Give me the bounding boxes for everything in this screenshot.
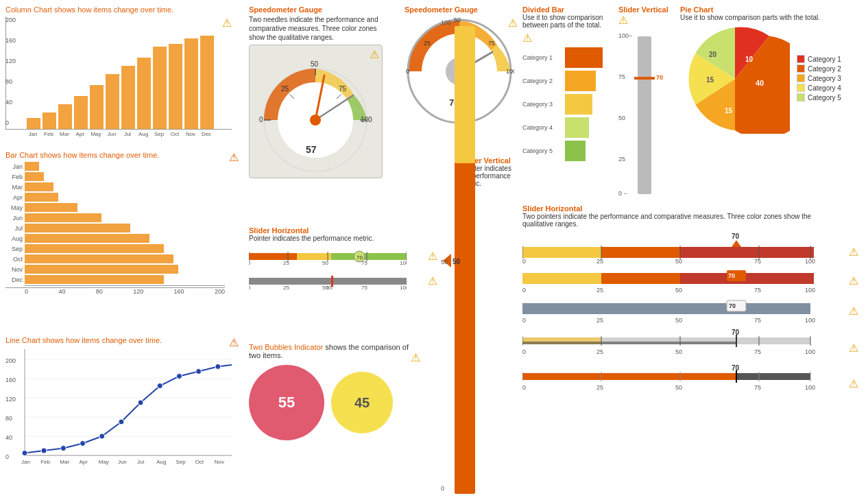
svg-rect-71	[249, 253, 297, 260]
divided-bar-rows: Category 1 Category 2 Category 3 Categor…	[522, 47, 618, 161]
col-x-label-1: Feb	[42, 131, 56, 137]
col-bar-11	[200, 36, 214, 129]
svg-text:57: 57	[306, 144, 317, 155]
slider-h-right-track1: ⚠ 70 0 25 50 75 100	[522, 232, 858, 266]
bar-rows: JanFebMarAprMayJunJulAugSepOctNovDec	[5, 162, 225, 284]
svg-rect-110	[601, 247, 680, 258]
svg-text:50: 50	[675, 317, 682, 324]
svg-text:0: 0	[5, 453, 9, 460]
legend-label-5: Category 5	[808, 94, 841, 102]
column-x-labels: JanFebMarAprMayJunJulAugSepOctNovDec	[5, 131, 232, 137]
column-chart-title: Column Chart shows how items change over…	[5, 5, 239, 14]
line-chart-title: Line Chart shows how items change over t…	[5, 336, 239, 344]
svg-text:50: 50	[618, 115, 625, 121]
svg-rect-66	[455, 26, 475, 163]
svg-text:15: 15	[725, 107, 733, 115]
slider-h-desc: Pointer indicates the performance metric…	[249, 235, 424, 242]
bubbles-title: Two Bubbles Indicator shows the comparis…	[249, 343, 420, 359]
svg-text:Oct: Oct	[195, 459, 204, 465]
legend-item-3: Category 3	[797, 74, 841, 82]
bar-row-9: Oct	[5, 254, 225, 263]
svg-text:Nov: Nov	[215, 459, 224, 465]
svg-text:70: 70	[732, 329, 740, 336]
slider-h-right-svg3: 70 0 25 50 75 100	[522, 298, 831, 325]
slider-v-right-svg: 100− 75 50 25 0 − 70	[618, 29, 680, 198]
line-chart-svg: 04080120160200JanFebMarAprMayJunJulAugSe…	[5, 349, 232, 466]
legend-label-3: Category 3	[808, 75, 841, 82]
svg-text:40: 40	[756, 79, 764, 87]
divided-bar-label-2: Category 2	[522, 71, 564, 91]
legend-label-2: Category 2	[808, 65, 841, 73]
slider-h-right-svg2: 70 0 25 50 75 100	[522, 267, 831, 295]
slider-h-right-track5: ⚠ 70 0 25 50 75 100	[522, 364, 858, 398]
svg-text:75: 75	[754, 258, 761, 265]
divided-bar-label-3: Category 3	[522, 94, 564, 115]
bar-row-2: Mar	[5, 182, 225, 191]
slider-h-right-svg4: 70 0 25 50 75 100	[522, 328, 831, 361]
svg-text:75: 75	[754, 384, 761, 391]
slider-h-right-warn4: ⚠	[849, 342, 858, 355]
pie-legend: Category 1 Category 2 Category 3 Categor…	[797, 55, 841, 103]
svg-text:80: 80	[5, 415, 12, 422]
gauge1-warning: ⚠	[370, 48, 379, 61]
svg-text:25: 25	[596, 348, 603, 355]
legend-item-2: Category 2	[797, 64, 841, 73]
bar-row-1: Feb	[5, 172, 225, 181]
svg-text:100: 100	[361, 116, 372, 123]
svg-text:100: 100	[805, 384, 815, 391]
divided-bar-labels: Category 1 Category 2 Category 3 Categor…	[522, 47, 564, 161]
bar-chart-section: Bar Chart shows how items change over ti…	[5, 151, 239, 295]
gauge1-title: Speedometer Gauge	[249, 5, 393, 14]
svg-text:0: 0	[522, 287, 526, 294]
svg-text:0: 0	[249, 285, 251, 290]
svg-point-52	[310, 115, 321, 126]
bar-chart-area: JanFebMarAprMayJunJulAugSepOctNovDec 040…	[5, 162, 225, 295]
svg-point-19	[119, 419, 124, 425]
bubble1-value: 55	[278, 394, 295, 412]
slider-h-right-desc: Two pointers indicate the performance an…	[522, 213, 817, 228]
svg-text:70: 70	[732, 233, 740, 240]
legend-color-2	[797, 64, 805, 73]
slider-h-right-title: Slider Horizontal	[522, 204, 858, 213]
svg-text:70: 70	[729, 302, 736, 309]
svg-text:Apr: Apr	[80, 459, 88, 465]
svg-rect-132	[522, 303, 810, 314]
bar-row-8: Sep	[5, 244, 225, 253]
svg-text:25: 25	[283, 260, 289, 265]
svg-text:50: 50	[311, 60, 319, 68]
col-x-label-9: Oct	[168, 131, 182, 137]
col-bar-1	[43, 112, 56, 129]
svg-point-15	[41, 448, 47, 453]
divided-bar-label-1: Category 1	[522, 47, 564, 68]
svg-text:Jul: Jul	[137, 459, 144, 465]
svg-text:Jan: Jan	[21, 459, 30, 465]
slider-h-warn1: ⚠	[428, 250, 437, 263]
svg-text:50: 50	[441, 259, 448, 265]
svg-text:200: 200	[5, 357, 16, 364]
column-bars	[5, 16, 232, 130]
slider-h-right-warn1: ⚠	[849, 246, 858, 259]
divided-bar-title: Divided Bar	[522, 5, 618, 14]
col-bar-2	[58, 104, 72, 129]
svg-text:May: May	[99, 459, 109, 465]
slider-h-right-svg5: 70 0 25 50 75 100	[522, 364, 831, 396]
line-chart-section: Line Chart shows how items change over t…	[5, 336, 239, 467]
svg-text:120: 120	[5, 396, 16, 403]
column-chart-area: JanFebMarAprMayJunJulAugSepOctNovDec ⚠ 0…	[5, 16, 232, 147]
col-x-label-4: May	[89, 131, 103, 137]
slider-h-section: Slider Horizontal Pointer indicates the …	[249, 226, 424, 294]
svg-text:0 −: 0 −	[618, 190, 627, 197]
svg-text:100: 100	[805, 317, 815, 324]
column-chart-warning: ⚠	[222, 16, 232, 29]
svg-point-16	[60, 446, 66, 451]
bubbles-warning: ⚠	[411, 351, 420, 364]
svg-text:75: 75	[339, 85, 347, 93]
svg-text:25: 25	[424, 40, 431, 47]
slider-h-right-track2: ⚠ 70 0 25 50 75 100	[522, 267, 858, 296]
col-x-label-0: Jan	[26, 131, 40, 137]
svg-rect-143	[522, 342, 736, 344]
pie-section: Pie Chart Use it to show comparison part…	[680, 5, 865, 134]
svg-rect-111	[680, 247, 814, 258]
svg-text:100: 100	[400, 285, 407, 290]
bar-row-4: May	[5, 203, 225, 212]
